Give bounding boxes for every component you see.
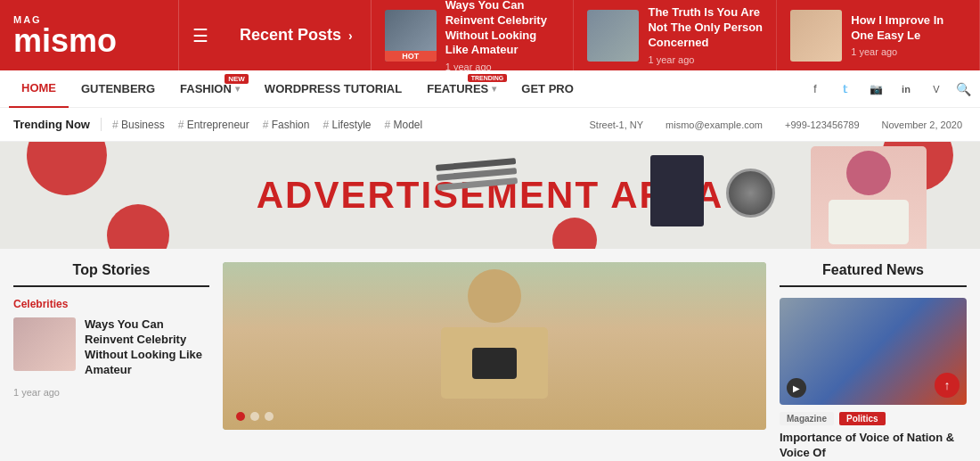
trending-tag-business[interactable]: Business xyxy=(112,119,165,131)
nav-item-wp-tutorial[interactable]: WORDPRESS TUTORIAL xyxy=(252,70,414,108)
trending-tag-fashion[interactable]: Fashion xyxy=(263,119,310,131)
trending-email: mismo@example.com xyxy=(661,119,767,130)
news-item-2-text: The Truth Is You Are Not The Only Person… xyxy=(648,5,763,65)
vimeo-icon[interactable]: V xyxy=(926,78,947,100)
main-content: Top Stories Celebrities Ways You Can Rei… xyxy=(0,249,980,461)
hamburger-area[interactable]: ☰ xyxy=(178,0,222,70)
ad-area: ADVERTISEMENT AREA xyxy=(0,142,980,249)
news-item-3-img xyxy=(790,10,842,62)
news-item-3[interactable]: How I Improve In One Easy Le 1 year ago xyxy=(777,0,980,70)
nav-features-dropdown-icon: ▾ xyxy=(492,84,496,94)
left-sidebar: Top Stories Celebrities Ways You Can Rei… xyxy=(13,262,209,461)
nav-features-label: FEATURES xyxy=(427,82,488,95)
nav-bar: HOME GUTENBERG FASHION ▾ NEW WORDPRESS T… xyxy=(0,70,980,108)
trending-phone: +999-123456789 xyxy=(780,119,864,130)
story-time-1: 1 year ago xyxy=(13,387,209,398)
trending-tag-lifestyle[interactable]: Lifestyle xyxy=(323,119,371,131)
linkedin-icon[interactable]: in xyxy=(895,78,917,100)
featured-scroll-btn[interactable]: ↑ xyxy=(935,373,960,398)
top-stories-title: Top Stories xyxy=(13,262,209,287)
instagram-icon[interactable]: 📷 xyxy=(865,78,886,100)
news-item-2[interactable]: The Truth Is You Are Not The Only Person… xyxy=(574,0,777,70)
featured-news-title: Featured News xyxy=(780,262,967,287)
trending-tags: Business Entrepreneur Fashion Lifestyle … xyxy=(112,119,585,131)
ad-person xyxy=(811,146,927,249)
facebook-icon[interactable]: f xyxy=(804,78,826,100)
nav-item-get-pro[interactable]: GET PRO xyxy=(509,70,586,108)
news-item-3-thumbnail xyxy=(790,10,842,62)
trending-date: November 2, 2020 xyxy=(878,119,968,130)
news-item-1[interactable]: HOT Ways You Can Reinvent Celebrity With… xyxy=(372,0,575,70)
twitter-icon[interactable]: 𝕥 xyxy=(835,78,856,100)
nav-items: HOME GUTENBERG FASHION ▾ NEW WORDPRESS T… xyxy=(9,70,804,108)
nav-home-label: HOME xyxy=(21,81,56,95)
play-icon: ▶ xyxy=(793,383,800,393)
nav-gutenberg-label: GUTENBERG xyxy=(81,82,155,95)
trending-bar: Trending Now Business Entrepreneur Fashi… xyxy=(0,108,980,142)
nav-item-features[interactable]: FEATURES ▾ TRENDING xyxy=(414,70,509,108)
slider-dot-1[interactable] xyxy=(236,412,245,421)
news-item-3-text: How I Improve In One Easy Le 1 year ago xyxy=(851,13,966,58)
trending-tag-model[interactable]: Model xyxy=(385,119,423,131)
logo-area: MAG mismo xyxy=(0,0,178,70)
news-item-1-title: Ways You Can Reinvent Celebrity Without … xyxy=(445,0,560,58)
ad-circle-2 xyxy=(107,204,169,249)
story-thumb-1 xyxy=(13,317,76,371)
right-sidebar: Featured News ▶ ↑ Magazine Politics Impo… xyxy=(780,262,967,461)
featured-article-title[interactable]: Importance of Voice of Nation & Voice Of xyxy=(780,431,967,461)
hot-badge: HOT xyxy=(385,51,437,62)
news-item-2-thumbnail xyxy=(587,10,639,62)
nav-item-fashion[interactable]: FASHION ▾ NEW xyxy=(167,70,252,108)
news-items-container: HOT Ways You Can Reinvent Celebrity With… xyxy=(372,0,980,70)
news-item-2-time: 1 year ago xyxy=(648,54,763,65)
news-item-2-img xyxy=(587,10,639,62)
ad-circle-1 xyxy=(27,142,107,195)
story-text-1: Ways You Can Reinvent Celebrity Without … xyxy=(85,317,209,378)
trending-now-label: Trending Now xyxy=(13,118,102,131)
nav-wp-tutorial-label: WORDPRESS TUTORIAL xyxy=(265,82,402,95)
main-slider xyxy=(223,262,766,430)
ad-circle-3 xyxy=(552,218,597,249)
hamburger-icon[interactable]: ☰ xyxy=(192,25,208,46)
slider-woman xyxy=(223,262,766,430)
center-content xyxy=(223,262,766,461)
nav-get-pro-label: GET PRO xyxy=(521,82,574,95)
news-item-3-time: 1 year ago xyxy=(851,46,966,57)
nav-item-gutenberg[interactable]: GUTENBERG xyxy=(69,70,167,108)
search-icon[interactable]: 🔍 xyxy=(956,82,971,96)
news-item-1-text: Ways You Can Reinvent Celebrity Without … xyxy=(445,0,560,70)
nav-features-badge: TRENDING xyxy=(468,74,508,82)
trending-tag-entrepreneur[interactable]: Entrepreneur xyxy=(178,119,249,131)
news-item-3-title: How I Improve In One Easy Le xyxy=(851,13,966,44)
trending-address: Street-1, NY xyxy=(585,119,649,130)
slider-dot-2[interactable] xyxy=(250,412,259,421)
news-item-2-title: The Truth Is You Are Not The Only Person… xyxy=(648,5,763,51)
ad-notebook xyxy=(650,155,704,226)
story-title-1[interactable]: Ways You Can Reinvent Celebrity Without … xyxy=(85,317,209,378)
story-item-1: Ways You Can Reinvent Celebrity Without … xyxy=(13,317,209,378)
trending-info: Street-1, NY mismo@example.com +999-1234… xyxy=(585,119,968,130)
featured-image: ▶ ↑ xyxy=(780,298,967,405)
nav-fashion-label: FASHION xyxy=(180,82,232,95)
story-thumb-img-1 xyxy=(13,317,76,371)
logo-name: mismo xyxy=(13,25,165,57)
recent-posts-label: Recent Posts › xyxy=(222,0,372,70)
featured-tags: Magazine Politics xyxy=(780,412,967,425)
top-bar: MAG mismo ☰ Recent Posts › HOT Ways You … xyxy=(0,0,980,70)
slider-dots xyxy=(236,412,274,421)
recent-posts-arrow[interactable]: › xyxy=(348,29,353,43)
slider-image xyxy=(414,269,575,430)
featured-play-btn[interactable]: ▶ xyxy=(787,378,806,398)
recent-posts-text: Recent Posts xyxy=(240,26,341,45)
news-item-1-img: HOT xyxy=(385,10,437,62)
nav-social: f 𝕥 📷 in V 🔍 xyxy=(804,78,971,100)
story-category[interactable]: Celebrities xyxy=(13,298,209,310)
tag-politics[interactable]: Politics xyxy=(839,412,886,425)
tag-magazine[interactable]: Magazine xyxy=(780,412,834,425)
nav-fashion-badge: NEW xyxy=(225,74,249,84)
scroll-up-icon: ↑ xyxy=(944,378,951,392)
nav-fashion-dropdown-icon: ▾ xyxy=(235,84,240,94)
ad-watch xyxy=(726,169,775,218)
slider-dot-3[interactable] xyxy=(265,412,274,421)
nav-item-home[interactable]: HOME xyxy=(9,70,69,108)
